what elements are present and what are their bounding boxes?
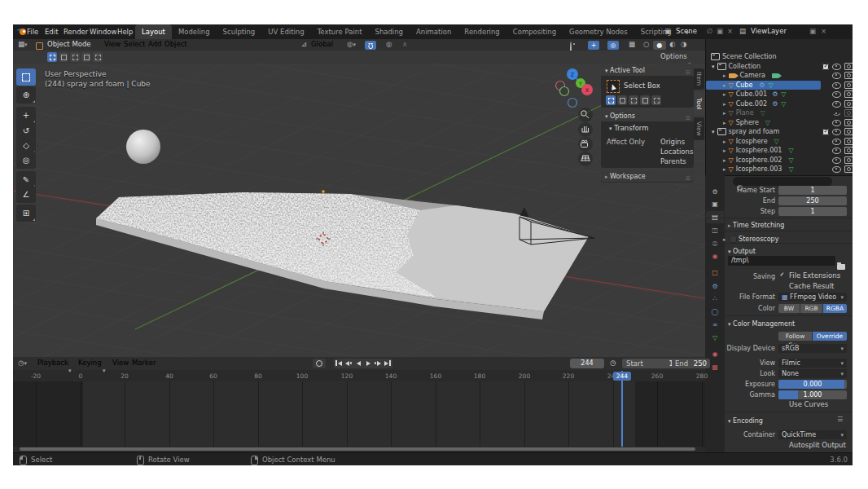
- tab-layout[interactable]: Layout: [135, 24, 172, 39]
- auto-keying-button[interactable]: [313, 359, 326, 368]
- render-visibility-icon[interactable]: [844, 72, 853, 79]
- ptab-world[interactable]: ◉: [706, 250, 724, 262]
- ptab-constraints[interactable]: ∞: [706, 319, 724, 331]
- jump-to-start-button[interactable]: [334, 359, 344, 368]
- frame-end-field[interactable]: 250: [778, 196, 847, 205]
- row-restrictions[interactable]: [832, 156, 853, 164]
- menu-add[interactable]: Add: [148, 40, 161, 48]
- scene-pin-icon[interactable]: ∅: [707, 27, 712, 35]
- color-management-panel[interactable]: Color Management: [728, 319, 795, 329]
- outliner-row-camera[interactable]: Camera: [705, 71, 853, 80]
- expand-icon[interactable]: [723, 72, 726, 79]
- prev-keyframe-button[interactable]: [344, 359, 353, 368]
- tool-move[interactable]: +: [16, 107, 36, 124]
- select-mode-subtract-icon[interactable]: [70, 52, 80, 62]
- outliner-row-plane[interactable]: Plane: [705, 108, 853, 117]
- row-restrictions[interactable]: [832, 147, 853, 154]
- shading-rendered-button[interactable]: ◑: [681, 40, 686, 48]
- follow-scene-button[interactable]: Follow Sc...: [778, 332, 812, 341]
- npanel-select-intersect-icon[interactable]: [651, 95, 661, 105]
- transform-subheader[interactable]: Transform: [609, 124, 649, 132]
- active-tool-header[interactable]: Active Tool: [601, 65, 694, 76]
- gamma-slider[interactable]: 1.000: [778, 390, 847, 399]
- viewlayer-close-icon[interactable]: ×: [821, 27, 826, 35]
- encoding-presets-icon[interactable]: ☰: [837, 416, 843, 423]
- look-dropdown[interactable]: None: [778, 369, 847, 378]
- tab-scripting[interactable]: Scripting: [634, 24, 678, 39]
- next-keyframe-button[interactable]: [373, 359, 383, 368]
- color-rgba-button[interactable]: RGBA: [823, 304, 847, 313]
- menu-select[interactable]: Select: [124, 40, 145, 48]
- row-restrictions[interactable]: [832, 90, 853, 98]
- properties-search-input[interactable]: [733, 177, 832, 186]
- npanel-select-subtract-icon[interactable]: [629, 95, 638, 105]
- eye-icon[interactable]: [832, 129, 841, 135]
- row-restrictions[interactable]: [832, 138, 853, 145]
- playback-menu[interactable]: Playback: [37, 359, 68, 367]
- frame-start-field[interactable]: 1: [778, 186, 847, 195]
- exclude-checkbox[interactable]: [822, 129, 829, 135]
- expand-icon[interactable]: [723, 100, 726, 108]
- timeline-editor-icon[interactable]: ◷: [18, 359, 27, 367]
- current-frame-badge[interactable]: 244: [613, 372, 631, 381]
- render-visibility-icon[interactable]: [844, 63, 853, 70]
- file-format-dropdown[interactable]: ▦ FFmpeg Video: [778, 293, 847, 302]
- render-visibility-icon[interactable]: [844, 147, 853, 154]
- row-restrictions[interactable]: [832, 82, 853, 89]
- gizmo-x-axis[interactable]: X: [585, 87, 590, 94]
- tool-transform[interactable]: ◎: [16, 152, 36, 169]
- workspace-header[interactable]: Workspace: [601, 171, 694, 182]
- menu-object[interactable]: Object: [164, 40, 187, 48]
- editor-type-icon[interactable]: ▦: [18, 40, 28, 48]
- tab-shading[interactable]: Shading: [368, 24, 410, 39]
- expand-icon[interactable]: [712, 128, 715, 135]
- outliner-row-icosphere001[interactable]: Icosphere.001: [705, 146, 853, 155]
- ptab-object[interactable]: □: [706, 267, 724, 279]
- outliner-row-cube001[interactable]: Cube.001: [705, 90, 853, 99]
- row-restrictions[interactable]: [832, 119, 853, 126]
- expand-icon[interactable]: [723, 165, 726, 173]
- eye-icon[interactable]: [832, 166, 841, 173]
- menu-render[interactable]: Render: [64, 27, 88, 37]
- tab-animation[interactable]: Animation: [410, 24, 458, 39]
- expand-icon[interactable]: [723, 138, 726, 145]
- play-reverse-button[interactable]: [353, 359, 363, 368]
- select-mode-new-icon[interactable]: [47, 52, 57, 62]
- tab-texture-paint[interactable]: Texture Paint: [311, 24, 369, 39]
- render-visibility-icon[interactable]: [844, 82, 853, 89]
- view-transform-dropdown[interactable]: Filmic: [778, 359, 847, 368]
- expand-icon[interactable]: [723, 109, 726, 117]
- collection-restrictions[interactable]: [822, 63, 853, 70]
- jump-to-end-button[interactable]: [383, 359, 392, 368]
- render-visibility-icon[interactable]: [844, 109, 853, 117]
- render-visibility-icon[interactable]: [844, 138, 853, 145]
- tab-modeling[interactable]: Modeling: [172, 24, 217, 39]
- snap-toggle[interactable]: Ω: [365, 41, 376, 50]
- render-visibility-icon[interactable]: [844, 165, 853, 173]
- tool-add-cube[interactable]: ⊞: [16, 205, 36, 222]
- menu-window[interactable]: Window: [90, 27, 117, 37]
- ptab-render[interactable]: ▣: [706, 198, 724, 210]
- viewport-options-menu[interactable]: Options: [660, 52, 687, 60]
- proportional-edit-icon[interactable]: ◎: [386, 40, 392, 48]
- eye-icon[interactable]: [832, 64, 841, 70]
- color-bw-button[interactable]: BW: [778, 304, 800, 313]
- select-mode-invert-icon[interactable]: [81, 52, 91, 62]
- select-mode-extend-icon[interactable]: [59, 52, 68, 62]
- outliner-row-sphere[interactable]: Sphere: [705, 118, 853, 127]
- render-visibility-icon[interactable]: [844, 100, 853, 108]
- timeline-view-menu[interactable]: View: [112, 359, 129, 367]
- outliner-row-scene-collection[interactable]: Scene Collection: [705, 52, 853, 61]
- tool-cursor[interactable]: ⊕: [16, 86, 36, 104]
- ptab-tool[interactable]: [706, 185, 724, 197]
- scene-close-icon[interactable]: ×: [727, 27, 733, 35]
- options-header[interactable]: Options: [601, 111, 694, 121]
- viewport-3d-scene[interactable]: Z Y X: [13, 64, 705, 357]
- gizmo-y-axis[interactable]: Y: [578, 81, 582, 87]
- xray-toggle[interactable]: ▩: [629, 40, 635, 48]
- npanel-tab-item[interactable]: Item: [694, 68, 704, 90]
- start-frame-field[interactable]: Start1: [622, 359, 677, 368]
- play-button[interactable]: [363, 359, 373, 368]
- eye-icon[interactable]: [832, 73, 841, 79]
- expand-icon[interactable]: [712, 63, 715, 70]
